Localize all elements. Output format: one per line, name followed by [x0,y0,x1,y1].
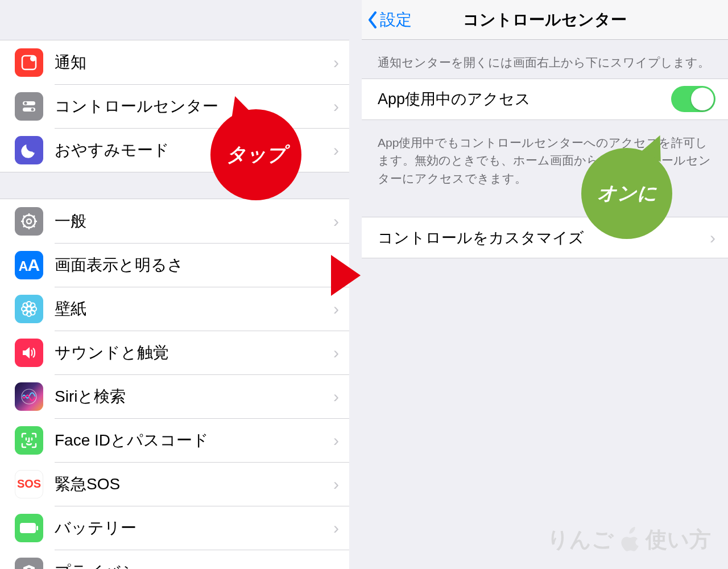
navbar: 設定 コントロールセンター [362,0,728,40]
access-toggle[interactable] [671,86,715,112]
notifications-icon [15,48,43,77]
settings-row-label: 緊急SOS [55,473,333,495]
general-icon [15,207,43,236]
callout-tap: タップ [210,109,301,200]
control-center-icon [15,92,43,121]
settings-row-label: プライバシー [55,561,333,570]
battery-icon [15,514,43,542]
watermark: りんご 使い方 [547,525,711,554]
settings-row-faceid[interactable]: Face IDとパスコード› [0,418,349,462]
apple-logo-icon [618,527,641,553]
settings-row-display[interactable]: AA画面表示と明るさ› [0,243,349,287]
control-center-screen: 設定 コントロールセンター 通知センターを開くには画面右上から下にスワイプします… [362,0,728,569]
settings-row-label: 通知 [55,52,333,73]
chevron-right-icon: › [333,562,339,570]
settings-row-label: 画面表示と明るさ [55,254,333,276]
settings-row-notifications[interactable]: 通知› [0,40,349,84]
settings-row-general[interactable]: 一般› [0,199,349,243]
settings-row-label: Face IDとパスコード [55,430,333,451]
chevron-right-icon: › [333,53,339,72]
chevron-right-icon: › [333,97,339,116]
callout-on-text: オンに [597,180,657,207]
settings-row-label: サウンドと触覚 [55,342,333,364]
chevron-right-icon: › [333,343,339,362]
sos-icon: SOS [15,470,43,498]
wallpaper-icon [15,295,43,323]
svg-point-7 [27,219,31,224]
svg-rect-29 [36,526,38,530]
display-icon: AA [15,251,43,279]
callout-tap-text: タップ [226,142,286,168]
access-label: App使用中のアクセス [378,89,531,109]
settings-row-sos[interactable]: SOS緊急SOS› [0,462,349,506]
chevron-right-icon: › [333,431,339,450]
svg-point-5 [31,108,34,111]
chevron-right-icon: › [333,475,339,494]
do-not-disturb-icon [15,136,43,164]
faceid-icon [15,426,43,455]
watermark-text-b: 使い方 [646,525,711,554]
access-description: App使用中でもコントロールセンターへのアクセスを許可します。無効のときでも、ホ… [362,120,728,195]
settings-row-privacy[interactable]: プライバシー› [0,550,349,569]
svg-rect-28 [20,523,36,533]
settings-row-label: コントロールセンター [55,96,333,117]
swipe-hint: 通知センターを開くには画面右上から下にスワイプします。 [362,40,728,79]
settings-row-battery[interactable]: バッテリー› [0,506,349,550]
page-title: コントロールセンター [362,9,728,31]
customize-label: コントロールをカスタマイズ [378,228,584,248]
settings-row-label: 壁紙 [55,298,333,320]
settings-row-label: Siriと検索 [55,386,333,407]
chevron-right-icon: › [333,212,339,231]
siri-icon [15,382,43,411]
callout-on: オンに [581,148,672,239]
chevron-right-icon: › [333,518,339,538]
svg-point-16 [27,307,31,311]
settings-group-2: 一般›AA画面表示と明るさ›壁紙›サウンドと触覚›Siriと検索›Face ID… [0,199,349,569]
settings-row-label: バッテリー [55,517,333,539]
settings-row-sounds[interactable]: サウンドと触覚› [0,331,349,374]
settings-row-wallpaper[interactable]: 壁紙› [0,287,349,331]
svg-point-1 [30,56,36,61]
chevron-right-icon: › [333,141,339,160]
chevron-right-icon: › [333,387,339,406]
settings-row-siri[interactable]: Siriと検索› [0,374,349,418]
step-arrow-icon [331,255,361,296]
privacy-icon [15,558,43,570]
settings-root-list: 通知›コントロールセンター›おやすみモード› 一般›AA画面表示と明るさ›壁紙›… [0,0,349,569]
chevron-right-icon: › [333,299,339,319]
access-within-apps-row[interactable]: App使用中のアクセス [362,79,728,120]
customize-controls-row[interactable]: コントロールをカスタマイズ › [362,217,728,258]
settings-row-control-center[interactable]: コントロールセンター› [0,84,349,128]
svg-point-3 [24,102,27,105]
sounds-icon [15,339,43,367]
chevron-right-icon: › [710,228,715,248]
watermark-text-a: りんご [547,525,614,554]
settings-row-label: 一般 [55,211,333,232]
